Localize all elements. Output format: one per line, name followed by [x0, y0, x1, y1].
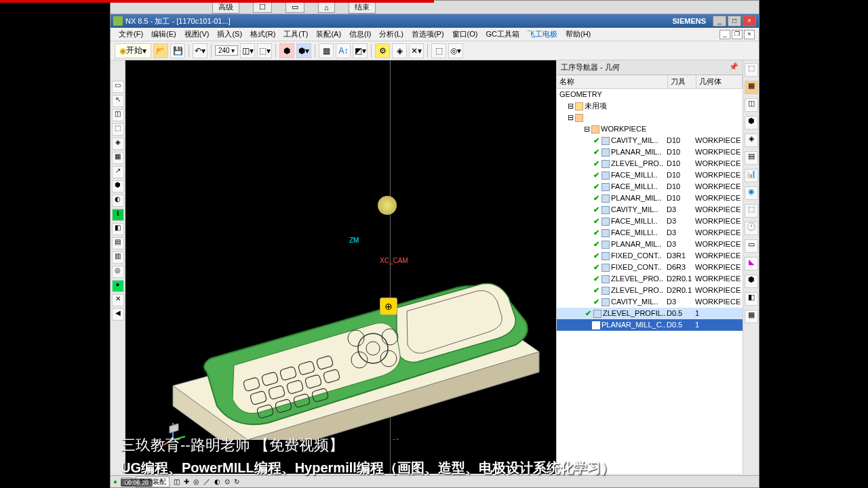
- sb-btn-6[interactable]: ⊙: [224, 478, 230, 485]
- nav-tree[interactable]: GEOMETRY ⊟ 未用项 ⊟ ⊟ WORKPIECE ✔ CAVITY_MI…: [557, 89, 743, 474]
- ltb-10[interactable]: ℹ: [112, 209, 124, 221]
- sb-btn-1[interactable]: ◫: [174, 478, 180, 485]
- open-button[interactable]: 📂: [153, 43, 168, 58]
- sb-btn-3[interactable]: ◎: [193, 478, 199, 485]
- verify-button[interactable]: ◈: [392, 43, 407, 58]
- sb-btn-5[interactable]: ◐: [214, 478, 220, 485]
- rtb-5[interactable]: ◈: [745, 134, 758, 147]
- rtb-2[interactable]: ▦: [745, 81, 758, 94]
- tb-btn-8[interactable]: ◎▾: [448, 43, 463, 58]
- create-tool-button[interactable]: ⬢▾: [296, 43, 311, 58]
- tree-unused[interactable]: ⊟ 未用项: [557, 100, 743, 112]
- rtb-history-icon[interactable]: 🕐: [745, 222, 758, 235]
- create-program-button[interactable]: ⬢: [279, 43, 294, 58]
- rtb-13[interactable]: ⬢: [745, 274, 758, 288]
- tree-op[interactable]: ✔ FACE_MILLI..D10WORKPIECE: [557, 169, 743, 181]
- tree-op[interactable]: ✔ FACE_MILLI..D10WORKPIECE: [557, 181, 743, 192]
- tree-op[interactable]: ✔ PLANAR_MIL..D10WORKPIECE: [557, 192, 743, 204]
- doc-minimize[interactable]: _: [719, 30, 730, 39]
- tree-op[interactable]: ✔ PLANAR_MIL..D3WORKPIECE: [557, 239, 743, 250]
- rtb-15[interactable]: ▦: [745, 310, 758, 323]
- tree-op-selected[interactable]: PLANAR_MILL_C.. D0.51: [557, 319, 743, 331]
- menu-electrode[interactable]: 飞工电极: [524, 28, 561, 41]
- tb-btn-1[interactable]: ◫▾: [240, 43, 255, 58]
- rtb-6[interactable]: ▤: [745, 151, 758, 165]
- ltb-7[interactable]: ↗: [112, 166, 124, 178]
- sb-btn-2[interactable]: ✚: [184, 478, 189, 485]
- rtb-rss-icon[interactable]: ◉: [745, 186, 758, 200]
- ltb-13[interactable]: ▥: [112, 251, 124, 264]
- doc-restore[interactable]: ❐: [732, 30, 743, 39]
- tree-op[interactable]: ✔ ZLEVEL_PRO..D2R0.1WORKPIECE: [557, 273, 743, 285]
- menu-gc[interactable]: GC工具箱: [481, 28, 524, 41]
- ltb-14[interactable]: ◎: [112, 266, 124, 278]
- ltb-1[interactable]: ▭: [112, 81, 124, 93]
- rtb-12[interactable]: ◣: [745, 257, 758, 270]
- close-button[interactable]: ×: [743, 16, 756, 26]
- tree-op-zlevel-sel[interactable]: ✔ ZLEVEL_PROFIL.. D0.51: [557, 308, 743, 319]
- tree-op[interactable]: ✔ ZLEVEL_PRO..D2R0.1WORKPIECE: [557, 285, 743, 296]
- menu-info[interactable]: 信息(I): [345, 28, 375, 41]
- zoom-combo[interactable]: 240 ▾: [215, 45, 238, 56]
- menu-prefs[interactable]: 首选项(P): [408, 28, 448, 41]
- ltb-17[interactable]: ◀: [112, 308, 124, 321]
- tb-btn-7[interactable]: ⬚: [431, 43, 446, 58]
- menu-window[interactable]: 窗口(O): [448, 28, 482, 41]
- ltb-4[interactable]: ⬚: [112, 123, 124, 136]
- ltb-15[interactable]: ●: [112, 280, 124, 292]
- tree-op[interactable]: ✔ FIXED_CONT..D3R1WORKPIECE: [557, 250, 743, 262]
- generate-button[interactable]: ⚙: [375, 43, 390, 58]
- undo-button[interactable]: ↶▾: [193, 43, 208, 58]
- rtb-navigator[interactable]: ⬚: [745, 63, 758, 77]
- rtb-7[interactable]: 📊: [745, 169, 758, 182]
- start-button[interactable]: ◉ 开始 ▾: [115, 43, 151, 58]
- ltb-16[interactable]: ✕: [112, 294, 124, 306]
- tb-btn-6[interactable]: ✕▾: [409, 43, 424, 58]
- tree-mcs[interactable]: ⊟: [557, 112, 743, 123]
- rtb-9[interactable]: ⬚: [745, 204, 758, 218]
- menu-assembly[interactable]: 装配(A): [312, 28, 345, 41]
- sec-btn-box[interactable]: ☐: [253, 1, 272, 13]
- menu-view[interactable]: 视图(V): [180, 28, 214, 41]
- ltb-6[interactable]: ▦: [112, 152, 124, 164]
- tree-op[interactable]: ✔ FACE_MILLI..D3WORKPIECE: [557, 216, 743, 227]
- sb-btn-4[interactable]: ／: [203, 477, 210, 487]
- ltb-12[interactable]: ▤: [112, 237, 124, 249]
- doc-close[interactable]: ×: [744, 30, 755, 39]
- tree-op[interactable]: ✔ FIXED_CONT..D6R3WORKPIECE: [557, 262, 743, 273]
- rtb-4[interactable]: ⬢: [745, 116, 758, 129]
- menu-insert[interactable]: 插入(S): [213, 28, 246, 41]
- sb-btn-7[interactable]: ↻: [234, 478, 239, 485]
- sec-btn-home[interactable]: ⌂: [318, 2, 335, 13]
- menu-file[interactable]: 文件(F): [115, 28, 147, 41]
- col-name[interactable]: 名称: [557, 75, 668, 88]
- maximize-button[interactable]: □: [728, 16, 741, 26]
- col-geom[interactable]: 几何体: [696, 75, 743, 88]
- ltb-5[interactable]: ◈: [112, 138, 124, 150]
- tree-op[interactable]: ✔ CAVITY_MIL..D10WORKPIECE: [557, 135, 743, 146]
- tb-btn-4[interactable]: A↕: [336, 43, 351, 58]
- menu-tools[interactable]: 工具(T): [279, 28, 312, 41]
- ltb-2[interactable]: ↖: [112, 95, 124, 107]
- tree-root[interactable]: GEOMETRY: [557, 89, 743, 100]
- 3d-viewport[interactable]: 1170-c101-001 ZM XC_CAM ⊕: [125, 60, 556, 474]
- ltb-11[interactable]: ◧: [112, 223, 124, 235]
- rtb-11[interactable]: ▭: [745, 239, 758, 253]
- pin-icon[interactable]: 📌: [729, 62, 738, 73]
- tb-btn-3[interactable]: ▦: [319, 43, 334, 58]
- rtb-14[interactable]: ◧: [745, 292, 758, 306]
- tree-workpiece[interactable]: ⊟ WORKPIECE: [557, 123, 743, 135]
- menu-help[interactable]: 帮助(H): [561, 28, 595, 41]
- tb-btn-2[interactable]: ⬚▾: [257, 43, 272, 58]
- tree-op[interactable]: ✔ ZLEVEL_PRO..D10WORKPIECE: [557, 158, 743, 169]
- minimize-button[interactable]: _: [713, 16, 726, 26]
- tree-op[interactable]: ✔ CAVITY_MIL..D3WORKPIECE: [557, 204, 743, 216]
- tb-btn-5[interactable]: ◩▾: [353, 43, 368, 58]
- tree-op[interactable]: ✔ PLANAR_MIL..D10WORKPIECE: [557, 146, 743, 158]
- col-tool[interactable]: 刀具: [668, 75, 696, 88]
- ltb-9[interactable]: ◐: [112, 195, 124, 207]
- tree-op[interactable]: ✔ CAVITY_MIL..D3WORKPIECE: [557, 296, 743, 308]
- save-button[interactable]: 💾: [170, 43, 185, 58]
- menu-analysis[interactable]: 分析(L): [375, 28, 407, 41]
- rtb-3[interactable]: ◫: [745, 98, 758, 112]
